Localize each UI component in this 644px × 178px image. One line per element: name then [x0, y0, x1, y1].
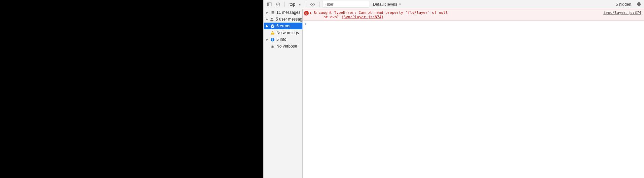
svg-line-3 [277, 3, 279, 6]
expand-arrow-icon: ▶ [266, 18, 268, 21]
console-prompt[interactable]: › [303, 21, 644, 27]
svg-point-12 [271, 46, 273, 48]
log-levels-selector[interactable]: Default levels ▼ [371, 1, 404, 8]
sidebar-item-label: 11 messages [276, 10, 300, 15]
devtools-panel: top ▼ Default levels ▼ 5 hidden ▶ 11 mes… [263, 0, 644, 178]
expand-arrow-icon: ▶ [266, 24, 268, 28]
console-toolbar: top ▼ Default levels ▼ 5 hidden [264, 0, 644, 9]
expand-arrow-icon: ▶ [266, 11, 268, 14]
execution-context-selector[interactable]: top ▼ [288, 1, 303, 7]
svg-rect-0 [267, 3, 271, 6]
expand-arrow-icon[interactable]: ▶ [310, 11, 313, 14]
sidebar-item-messages[interactable]: ▶ 11 messages [264, 9, 302, 16]
svg-rect-10 [272, 39, 272, 40]
sidebar-item-user-messages[interactable]: ▶ 5 user messages [264, 16, 302, 23]
chevron-down-icon: ▼ [399, 3, 402, 6]
prompt-caret-icon: › [305, 22, 307, 26]
video-player-region[interactable] [0, 0, 263, 178]
sidebar-item-label: No warnings [276, 30, 299, 35]
svg-rect-11 [272, 38, 272, 39]
sidebar-item-warnings[interactable]: ▶ No warnings [264, 29, 302, 36]
error-stack-prefix: at eval ( [324, 15, 344, 19]
console-sidebar: ▶ 11 messages ▶ 5 user messages ▶ 6 erro… [264, 9, 303, 178]
svg-rect-8 [272, 33, 272, 34]
svg-point-4 [312, 4, 313, 5]
sidebar-item-label: 6 errors [276, 24, 290, 28]
svg-point-5 [271, 18, 273, 19]
info-icon [270, 37, 275, 42]
user-icon [270, 17, 274, 22]
error-text-line1: Uncaught TypeError: Cannot read property… [314, 10, 448, 15]
sidebar-item-label: 5 user messages [276, 17, 303, 22]
warning-icon [270, 30, 275, 35]
error-count-badge: 6 [304, 11, 309, 16]
devtools-body: ▶ 11 messages ▶ 5 user messages ▶ 6 erro… [264, 9, 644, 178]
bug-icon [270, 44, 275, 49]
expand-arrow-icon: ▶ [266, 38, 268, 41]
sidebar-item-verbose[interactable]: ▶ No verbose [264, 43, 302, 50]
toggle-sidebar-button[interactable] [266, 1, 273, 8]
sidebar-item-errors[interactable]: ▶ 6 errors [264, 23, 302, 29]
sidebar-item-info[interactable]: ▶ 5 info [264, 36, 302, 43]
live-expression-button[interactable] [309, 1, 316, 8]
sidebar-item-label: 5 info [276, 37, 286, 42]
log-levels-label: Default levels [373, 2, 397, 7]
error-icon [270, 24, 275, 28]
toolbar-separator [306, 2, 306, 7]
page-left-pane [0, 0, 263, 178]
toolbar-separator [319, 2, 319, 7]
filter-input[interactable] [322, 1, 369, 8]
list-icon [270, 10, 275, 15]
hidden-messages-count[interactable]: 5 hidden [613, 2, 634, 7]
sidebar-item-label: No verbose [276, 44, 297, 49]
console-input[interactable] [308, 22, 642, 26]
console-error-message[interactable]: 6 ▶ Uncaught TypeError: Cannot read prop… [303, 9, 644, 21]
error-source-link[interactable]: SyncPlayer.js:874 [603, 10, 641, 15]
console-settings-button[interactable] [635, 1, 642, 8]
execution-context-label: top [290, 2, 295, 7]
error-stack-suffix: ) [381, 15, 384, 19]
error-message-text: Uncaught TypeError: Cannot read property… [314, 10, 602, 19]
error-stack-link[interactable]: SyncPlayer.js:874 [344, 15, 382, 19]
console-messages-area: 6 ▶ Uncaught TypeError: Cannot read prop… [303, 9, 644, 178]
toolbar-separator [285, 2, 285, 7]
svg-rect-7 [272, 32, 272, 33]
chevron-down-icon: ▼ [298, 3, 301, 6]
clear-console-button[interactable] [274, 1, 282, 8]
